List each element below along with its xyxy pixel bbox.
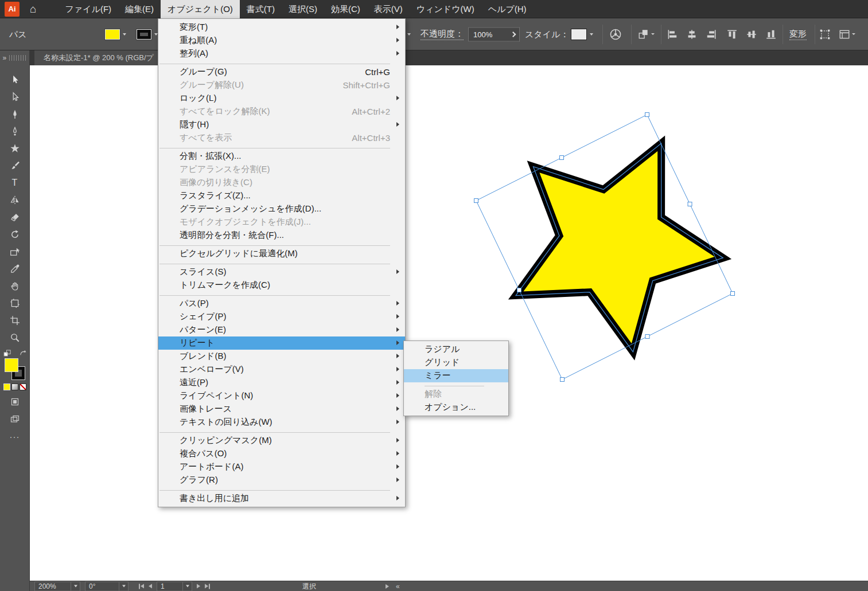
submenu-item[interactable]: ミラー [404, 369, 508, 382]
arrange-button[interactable] [638, 29, 655, 40]
align-vertical-middle-button[interactable] [746, 29, 757, 40]
next-artboard-button[interactable] [197, 584, 200, 589]
artboard-dropdown-icon[interactable] [182, 582, 192, 590]
submenu-item[interactable]: 解除 [404, 388, 508, 401]
align-horizontal-center-button[interactable] [686, 29, 698, 40]
menu-item[interactable]: 隠す(H) [158, 118, 405, 131]
brush-dropdown-icon[interactable] [407, 33, 411, 36]
menubar-item[interactable]: ヘルプ(H) [481, 0, 534, 18]
menu-item[interactable]: ラスタライズ(Z)... [158, 189, 405, 202]
submenu-item[interactable]: ラジアル [404, 343, 508, 356]
menu-item[interactable]: 重ね順(A) [158, 34, 405, 47]
last-artboard-button[interactable] [205, 584, 210, 589]
menubar-item[interactable]: 表示(V) [367, 0, 410, 18]
screen-mode-button[interactable] [6, 413, 24, 426]
fill-swatch[interactable] [105, 29, 120, 40]
fill-dropdown-icon[interactable] [123, 33, 126, 36]
menu-item[interactable]: すべてを表示 Alt+Ctrl+3 [158, 131, 405, 144]
style-control[interactable] [571, 29, 593, 40]
menu-item[interactable]: シェイプ(P) [158, 310, 405, 323]
opacity-label[interactable]: 不透明度： [421, 29, 464, 40]
menu-item[interactable]: ブレンド(B) [158, 350, 405, 363]
menu-item[interactable]: モザイクオブジェクトを作成(J)... [158, 216, 405, 229]
selection-handle[interactable] [688, 202, 692, 206]
selection-handle[interactable] [560, 378, 565, 382]
bounding-box-button[interactable] [819, 29, 831, 40]
star-tool[interactable] [6, 141, 24, 156]
selection-handle[interactable] [474, 199, 478, 203]
eraser-tool[interactable] [6, 210, 24, 225]
selection-handle[interactable] [560, 156, 564, 160]
arrange-dropdown-icon[interactable] [651, 33, 655, 35]
menu-item[interactable]: スライス(S) [158, 265, 405, 279]
gradient-button[interactable] [11, 383, 18, 390]
paintbrush-tool[interactable] [6, 158, 24, 173]
selection-tool[interactable] [6, 72, 24, 87]
menu-item[interactable]: パス(P) [158, 297, 405, 310]
style-swatch[interactable] [571, 29, 587, 40]
eyedropper-tool[interactable] [6, 261, 24, 276]
menu-item[interactable]: テキストの回り込み(W) [158, 416, 405, 429]
menu-item[interactable]: 複合パス(O) [158, 447, 405, 460]
menu-item[interactable]: 変形(T) [158, 21, 405, 34]
menu-item[interactable]: 遠近(P) [158, 376, 405, 389]
swap-fill-stroke-icon[interactable] [19, 350, 26, 357]
menubar-item[interactable]: 選択(S) [282, 0, 324, 18]
collapse-dock-icon[interactable]: » [3, 54, 7, 62]
menu-item[interactable]: アートボード(A) [158, 460, 405, 473]
menu-item[interactable]: トリムマークを作成(C) [158, 279, 405, 292]
opacity-field[interactable]: 100% [468, 27, 508, 41]
status-menu-icon[interactable] [386, 584, 389, 589]
rotation-dropdown-icon[interactable] [119, 582, 128, 590]
stroke-swatch[interactable] [137, 29, 151, 40]
panel-options-button[interactable] [839, 29, 855, 40]
shape-builder-tool[interactable] [6, 244, 24, 259]
menu-item[interactable]: グラフ(R) [158, 473, 405, 487]
rotate-tool[interactable] [6, 227, 24, 242]
menu-item[interactable]: 整列(A) [158, 47, 405, 60]
menu-item[interactable]: すべてをロック解除(K) Alt+Ctrl+2 [158, 105, 405, 118]
first-artboard-button[interactable] [139, 584, 144, 589]
menu-item[interactable]: ライブペイント(N) [158, 389, 405, 402]
menu-item[interactable]: ロック(L) [158, 92, 405, 105]
star-shape[interactable] [516, 143, 723, 352]
menu-item[interactable]: グループ(G) Ctrl+G [158, 65, 405, 79]
menubar-item[interactable]: ウィンドウ(W) [410, 0, 481, 18]
transform-label[interactable]: 変形 [789, 29, 807, 40]
menubar-item[interactable]: 効果(C) [324, 0, 367, 18]
selection-handle[interactable] [731, 292, 735, 296]
menu-item[interactable]: クリッピングマスク(M) [158, 434, 405, 447]
align-horizontal-right-button[interactable] [706, 29, 717, 40]
artboard-tool[interactable] [6, 296, 24, 311]
menu-item[interactable]: リピート [158, 336, 405, 350]
color-button[interactable] [3, 383, 10, 390]
canvas[interactable] [30, 65, 868, 581]
zoom-tool[interactable] [6, 330, 24, 345]
direct-selection-tool[interactable] [6, 89, 24, 104]
type-tool[interactable]: T [6, 175, 24, 190]
menubar-item[interactable]: 編集(E) [118, 0, 161, 18]
edit-toolbar-button[interactable]: ··· [10, 432, 20, 441]
menu-item[interactable]: 書き出し用に追加 [158, 492, 405, 505]
menu-item[interactable]: 分割・拡張(X)... [158, 150, 405, 163]
zoom-control[interactable]: 200% [34, 581, 80, 591]
document-tab[interactable]: 名称未設定-1* @ 200 % (RGB/プ [34, 50, 163, 65]
curvature-tool[interactable] [6, 124, 24, 139]
submenu-item[interactable]: オプション... [404, 401, 508, 414]
selection-handle[interactable] [645, 335, 649, 339]
submenu-item[interactable]: グリッド [404, 356, 508, 369]
panel-options-dropdown-icon[interactable] [852, 33, 855, 35]
menu-item[interactable]: アピアランスを分割(E) [158, 163, 405, 176]
default-fill-stroke-icon[interactable] [3, 350, 11, 357]
hand-tool[interactable] [6, 279, 24, 293]
menu-item[interactable]: グラデーションメッシュを作成(D)... [158, 202, 405, 216]
menu-item[interactable]: ピクセルグリッドに最適化(M) [158, 247, 405, 260]
menu-item[interactable]: 画像トレース [158, 402, 405, 416]
menubar-item[interactable]: 書式(T) [240, 0, 282, 18]
selection-handle[interactable] [517, 288, 521, 292]
align-vertical-bottom-button[interactable] [765, 29, 777, 40]
previous-artboard-button[interactable] [149, 584, 152, 589]
home-icon[interactable]: ⌂ [30, 0, 36, 18]
pen-tool[interactable] [6, 107, 24, 122]
rotation-control[interactable]: 0° [85, 581, 129, 591]
